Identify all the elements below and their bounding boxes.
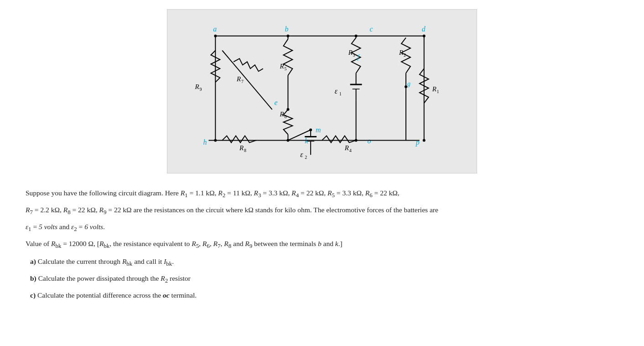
svg-rect-0 <box>168 10 476 173</box>
circuit-diagram-container: a b c d h k m o p e R 9 R <box>18 9 626 173</box>
svg-text:R: R <box>432 85 436 93</box>
svg-text:h: h <box>203 138 207 146</box>
svg-point-27 <box>286 108 289 111</box>
question-b: b) Calculate the power dissipated throug… <box>30 273 618 286</box>
svg-point-57 <box>214 35 217 37</box>
svg-text:1: 1 <box>437 89 439 94</box>
svg-text:o: o <box>367 137 371 145</box>
svg-text:2: 2 <box>305 155 307 160</box>
emf-line: ε1 = 5 volts and ε2 = 6 volts. <box>26 221 618 234</box>
circuit-box: a b c d h k m o p e R 9 R <box>167 9 477 173</box>
svg-point-60 <box>423 35 426 37</box>
svg-point-58 <box>286 35 289 37</box>
svg-text:1: 1 <box>339 91 342 96</box>
svg-text:c: c <box>369 25 373 33</box>
svg-text:R: R <box>344 144 349 152</box>
values-line2: R7 = 2.2 kΩ, R8 = 22 kΩ, R9 = 22 kΩ are … <box>26 204 618 217</box>
circuit-svg: a b c d h k m o p e R 9 R <box>167 10 477 173</box>
svg-text:4: 4 <box>349 148 352 153</box>
svg-text:5: 5 <box>284 66 286 71</box>
svg-point-65 <box>309 129 312 131</box>
svg-point-62 <box>286 139 289 142</box>
svg-text:R: R <box>239 144 244 152</box>
svg-text:8: 8 <box>244 148 246 153</box>
svg-text:ε: ε <box>335 87 338 95</box>
rbk-line: Value of Rbk = 12000 Ω, [Rbk, the resist… <box>26 238 618 251</box>
svg-text:e: e <box>275 99 278 106</box>
svg-text:m: m <box>316 126 321 134</box>
intro-line: Suppose you have the following circuit d… <box>26 187 618 200</box>
question-c: c) Calculate the potential difference ac… <box>30 289 618 301</box>
svg-point-63 <box>355 139 358 142</box>
svg-text:R: R <box>280 110 284 118</box>
svg-text:ε: ε <box>300 151 303 158</box>
svg-text:R: R <box>195 83 199 90</box>
svg-text:9: 9 <box>200 87 202 92</box>
svg-point-59 <box>355 35 358 37</box>
svg-text:p: p <box>415 138 420 147</box>
svg-point-61 <box>214 139 217 142</box>
svg-text:R: R <box>236 75 241 83</box>
svg-text:7: 7 <box>241 79 244 84</box>
question-a: a) Calculate the current through Rbk and… <box>30 256 618 269</box>
svg-text:b: b <box>285 25 288 33</box>
svg-text:a: a <box>213 25 217 33</box>
svg-text:d: d <box>422 25 426 33</box>
problem-text: Suppose you have the following circuit d… <box>26 187 618 302</box>
svg-point-64 <box>423 139 426 142</box>
svg-text:g: g <box>407 80 410 87</box>
